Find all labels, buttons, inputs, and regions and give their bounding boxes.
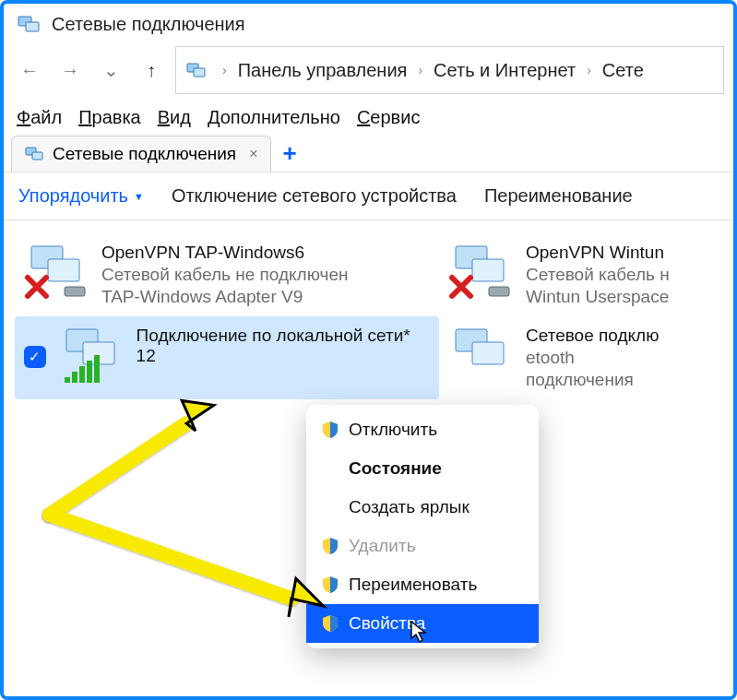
connection-name: Подключение по локальной сети* 12: [137, 326, 430, 366]
network-connections-icon: [25, 146, 45, 162]
network-adapter-unplugged-icon: [448, 243, 515, 302]
titlebar: Сетевые подключения: [4, 4, 733, 42]
connection-adapter: Wintun Userspace: [526, 287, 670, 307]
svg-rect-20: [472, 342, 504, 364]
menu-edit[interactable]: Правка: [78, 107, 141, 128]
svg-rect-10: [472, 259, 504, 281]
svg-rect-1: [26, 22, 39, 31]
breadcrumb-sep: ›: [412, 63, 428, 77]
connection-item[interactable]: OpenVPN TAP-Windows6 Сетевой кабель не п…: [15, 233, 439, 316]
context-menu-label: Удалить: [349, 536, 416, 556]
nav-row: ← → ⌄ ↑ › Панель управления › Сеть и Инт…: [4, 42, 733, 101]
menu-extra[interactable]: Дополнительно: [208, 107, 340, 128]
network-adapter-unplugged-icon: [24, 243, 90, 302]
context-menu-disable[interactable]: Отключить: [306, 410, 539, 449]
svg-rect-16: [79, 366, 85, 383]
context-menu-label: Отключить: [349, 420, 437, 440]
breadcrumb-item[interactable]: Сете: [602, 60, 644, 81]
tab-label: Сетевые подключения: [53, 144, 236, 164]
svg-rect-3: [194, 68, 205, 77]
shield-icon: [321, 537, 339, 555]
svg-rect-14: [65, 377, 70, 383]
svg-rect-17: [87, 361, 92, 383]
svg-rect-7: [48, 259, 79, 281]
connection-item[interactable]: Сетевое подклю etooth подключения: [439, 316, 697, 399]
connections-grid: OpenVPN TAP-Windows6 Сетевой кабель не п…: [4, 220, 733, 412]
context-menu-rename[interactable]: Переименовать: [306, 565, 539, 604]
nav-history-dropdown[interactable]: ⌄: [94, 53, 127, 87]
cursor-icon: [410, 620, 428, 644]
connection-name: OpenVPN Wintun: [526, 243, 670, 263]
breadcrumb-sep: ›: [217, 63, 232, 77]
connection-adapter: подключения: [526, 370, 659, 390]
chevron-down-icon: ▼: [134, 191, 144, 202]
connection-adapter: TAP-Windows Adapter V9: [101, 287, 348, 307]
svg-rect-18: [94, 355, 100, 383]
network-adapter-connected-icon: [59, 326, 125, 385]
checkbox-checked-icon[interactable]: ✓: [24, 346, 46, 368]
context-menu: Отключить Состояние Создать ярлык Удалит…: [306, 405, 539, 648]
breadcrumb-sep: ›: [581, 63, 597, 77]
svg-rect-11: [489, 287, 509, 296]
menu-view[interactable]: Вид: [158, 107, 191, 128]
breadcrumb-item[interactable]: Панель управления: [238, 60, 408, 81]
connection-item-selected[interactable]: ✓ Подключение по локальной сети* 12: [15, 316, 439, 399]
connection-name: OpenVPN TAP-Windows6: [101, 243, 348, 263]
tab-close-button[interactable]: ×: [244, 146, 257, 162]
svg-rect-5: [32, 152, 42, 160]
tab-strip: Сетевые подключения × +: [4, 134, 733, 172]
connection-item[interactable]: OpenVPN Wintun Сетевой кабель н Wintun U…: [439, 233, 697, 316]
shield-icon: [321, 575, 339, 594]
svg-rect-8: [65, 287, 85, 296]
connection-status: Сетевой кабель н: [526, 265, 670, 285]
context-menu-create-shortcut[interactable]: Создать ярлык: [306, 488, 539, 527]
disable-device-button[interactable]: Отключение сетевого устройства: [172, 185, 457, 207]
nav-back-button[interactable]: ←: [13, 53, 46, 87]
connection-name: Сетевое подклю: [526, 326, 659, 346]
context-menu-delete: Удалить: [306, 527, 539, 565]
connection-status: Сетевой кабель не подключен: [101, 265, 348, 285]
svg-rect-15: [72, 372, 77, 383]
address-bar[interactable]: › Панель управления › Сеть и Интернет › …: [175, 46, 724, 94]
new-tab-button[interactable]: +: [271, 139, 307, 168]
window-title: Сетевые подключения: [52, 14, 245, 35]
context-menu-label: Создать ярлык: [349, 497, 470, 517]
tab-network-connections[interactable]: Сетевые подключения ×: [11, 136, 271, 172]
nav-forward-button[interactable]: →: [53, 53, 87, 87]
toolbar: Упорядочить ▼ Отключение сетевого устрой…: [4, 172, 733, 220]
shield-icon: [321, 421, 339, 439]
nav-up-button[interactable]: ↑: [135, 53, 168, 87]
rename-device-button[interactable]: Переименование: [484, 185, 633, 207]
context-menu-status[interactable]: Состояние: [306, 449, 539, 488]
context-menu-label: Переименовать: [349, 575, 477, 595]
context-menu-label: Состояние: [349, 458, 442, 479]
menu-file[interactable]: Файл: [17, 107, 62, 128]
breadcrumb-item[interactable]: Сеть и Интернет: [434, 60, 576, 81]
organize-dropdown[interactable]: Упорядочить ▼: [18, 185, 144, 207]
menu-service[interactable]: Сервис: [357, 107, 421, 128]
network-connections-icon: [17, 13, 42, 35]
connection-status: etooth: [526, 348, 659, 368]
shield-icon: [321, 614, 339, 633]
menubar: Файл Правка Вид Дополнительно Сервис: [4, 101, 733, 134]
network-adapter-icon: [448, 326, 515, 385]
folder-icon: [185, 60, 211, 80]
